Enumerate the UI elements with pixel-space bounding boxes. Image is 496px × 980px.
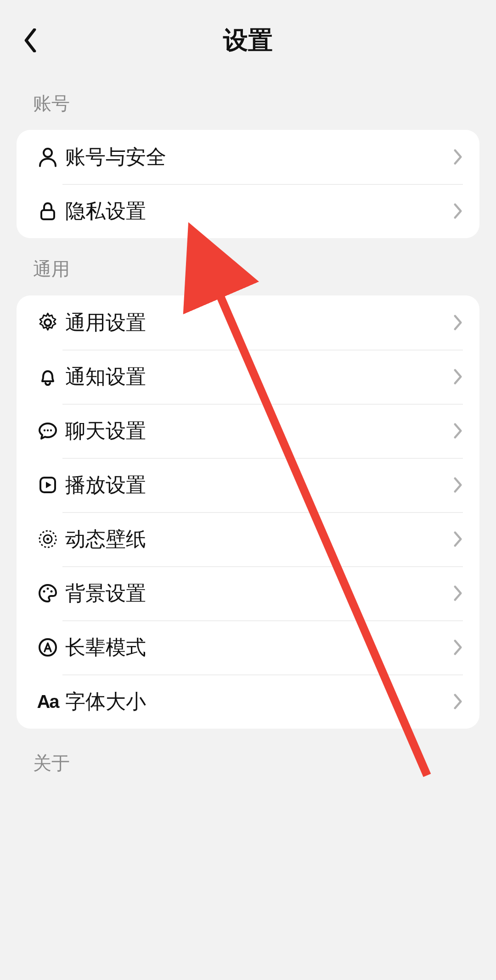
bell-icon [37, 366, 59, 388]
play-icon [37, 474, 59, 496]
svg-point-10 [46, 538, 49, 540]
row-dynamic-wallpaper[interactable]: 动态壁纸 [17, 512, 479, 566]
page-title: 设置 [0, 24, 496, 57]
row-general-settings[interactable]: 通用设置 [17, 295, 479, 350]
row-label: 通用设置 [65, 309, 453, 336]
row-elder-mode[interactable]: 长辈模式 [17, 620, 479, 674]
row-label: 动态壁纸 [65, 526, 453, 553]
wallpaper-icon [37, 528, 59, 550]
row-account-security[interactable]: 账号与安全 [17, 130, 479, 184]
aa-icon: Aa [37, 691, 58, 712]
lock-icon [37, 200, 59, 222]
row-label: 播放设置 [65, 472, 453, 499]
chevron-right-icon [453, 639, 463, 656]
a-circle-icon [37, 636, 59, 658]
svg-point-3 [44, 429, 45, 431]
chevron-right-icon [453, 477, 463, 493]
row-notification-settings[interactable]: 通知设置 [17, 350, 479, 404]
section-label-about: 关于 [0, 737, 496, 790]
svg-point-13 [51, 590, 53, 593]
section-general: 通用设置 通知设置 聊天设置 播放设置 [17, 295, 479, 729]
chevron-right-icon [453, 203, 463, 219]
back-button[interactable] [17, 27, 44, 54]
svg-point-11 [43, 590, 45, 593]
row-label: 字体大小 [65, 688, 453, 715]
svg-rect-1 [41, 210, 54, 219]
row-label: 隐私设置 [65, 198, 453, 225]
svg-point-14 [39, 639, 56, 656]
chevron-right-icon [453, 585, 463, 601]
person-icon [37, 146, 59, 168]
chevron-right-icon [453, 314, 463, 331]
gear-icon [37, 312, 59, 334]
row-label: 通知设置 [65, 363, 453, 390]
svg-point-2 [45, 319, 51, 326]
chevron-right-icon [453, 368, 463, 385]
section-label-account: 账号 [0, 77, 496, 130]
chevron-right-icon [453, 423, 463, 439]
row-label: 账号与安全 [65, 144, 453, 171]
row-playback-settings[interactable]: 播放设置 [17, 458, 479, 512]
row-label: 长辈模式 [65, 634, 453, 661]
svg-point-5 [50, 429, 52, 431]
row-privacy[interactable]: 隐私设置 [17, 184, 479, 238]
svg-point-0 [44, 149, 52, 157]
svg-point-12 [47, 588, 49, 590]
chevron-left-icon [23, 28, 38, 52]
chevron-right-icon [453, 149, 463, 165]
svg-marker-7 [46, 482, 51, 488]
section-label-general: 通用 [0, 243, 496, 295]
svg-point-4 [47, 429, 49, 431]
row-chat-settings[interactable]: 聊天设置 [17, 404, 479, 458]
palette-icon [37, 582, 59, 604]
row-font-size[interactable]: Aa 字体大小 [17, 674, 479, 729]
chevron-right-icon [453, 693, 463, 710]
section-account: 账号与安全 隐私设置 [17, 130, 479, 238]
row-label: 背景设置 [65, 580, 453, 607]
chevron-right-icon [453, 531, 463, 547]
chat-icon [37, 420, 59, 442]
row-label: 聊天设置 [65, 418, 453, 445]
row-background-settings[interactable]: 背景设置 [17, 566, 479, 620]
